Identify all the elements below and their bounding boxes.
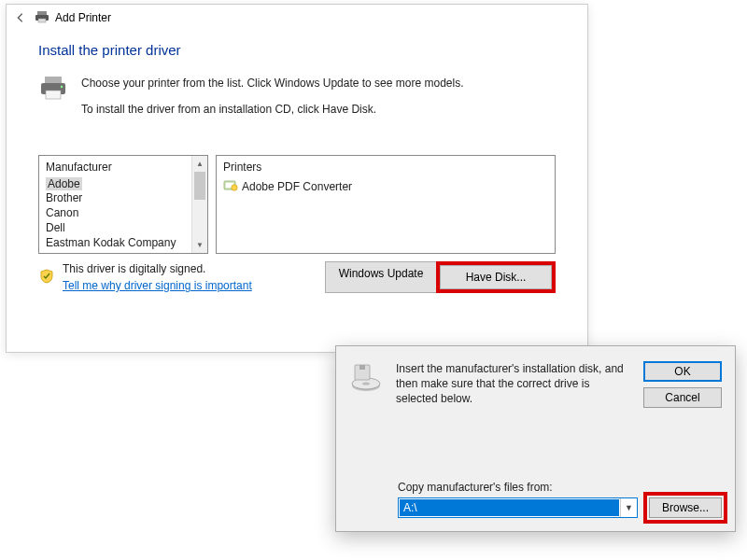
back-button[interactable] [12, 9, 29, 26]
copy-from-combobox[interactable]: A:\ ▼ [398, 497, 638, 518]
manufacturer-listbox[interactable]: Manufacturer Adobe Brother Canon Dell Ea… [38, 155, 208, 254]
svg-rect-0 [37, 11, 47, 15]
wizard-titlebar: Add Printer [7, 5, 587, 31]
svg-point-5 [61, 86, 63, 88]
driver-buttons: Windows Update Have Disk... [325, 261, 556, 293]
driver-row: This driver is digitally signed. Tell me… [38, 261, 556, 293]
wizard-body: Install the printer driver Choose your p… [7, 31, 587, 293]
browse-highlight: Browse... [643, 492, 727, 524]
driver-text: This driver is digitally signed. Tell me… [63, 262, 317, 292]
manufacturer-item[interactable]: Adobe [46, 177, 82, 190]
lists-row: Manufacturer Adobe Brother Canon Dell Ea… [38, 155, 556, 254]
scrollbar[interactable]: ▲ ▼ [191, 156, 207, 253]
printer-shield-icon [223, 178, 238, 194]
printer-item-label: Adobe PDF Converter [242, 180, 352, 193]
manufacturer-items: Adobe Brother Canon Dell Eastman Kodak C… [39, 177, 207, 253]
svg-rect-3 [45, 77, 62, 83]
svg-rect-6 [46, 91, 61, 99]
copy-row: A:\ ▼ Browse... [398, 497, 722, 518]
shield-icon [38, 269, 55, 287]
printers-listbox[interactable]: Printers Adobe PDF Converter [216, 155, 556, 254]
disk-lower: Copy manufacturer's files from: A:\ ▼ Br… [398, 481, 722, 518]
browse-button[interactable]: Browse... [649, 497, 722, 518]
have-disk-highlight: Have Disk... [436, 261, 556, 293]
printers-items: Adobe PDF Converter [217, 177, 555, 253]
intro-text: Choose your printer from the list. Click… [81, 75, 464, 127]
manufacturer-item[interactable]: Dell [46, 220, 207, 235]
wizard-heading: Install the printer driver [38, 42, 556, 58]
driver-signing-link[interactable]: Tell me why driver signing is important [63, 279, 252, 292]
ok-button[interactable]: OK [643, 361, 722, 382]
add-printer-wizard: Add Printer Install the printer driver C… [6, 4, 588, 353]
scrollbar-thumb[interactable] [194, 172, 205, 200]
have-disk-button[interactable]: Have Disk... [440, 265, 552, 289]
arrow-left-icon [14, 11, 27, 24]
wizard-title: Add Printer [55, 11, 111, 24]
printer-item[interactable]: Adobe PDF Converter [223, 177, 555, 195]
scroll-down-icon[interactable]: ▼ [192, 237, 207, 253]
install-from-disk-dialog: Insert the manufacturer's installation d… [335, 345, 736, 532]
manufacturer-item[interactable]: Canon [46, 205, 207, 220]
scrollbar-track[interactable] [192, 172, 207, 237]
cancel-button[interactable]: Cancel [643, 387, 722, 408]
svg-point-9 [232, 185, 237, 190]
printer-icon [35, 9, 49, 27]
scroll-up-icon[interactable]: ▲ [192, 156, 207, 172]
manufacturer-item[interactable]: Eastman Kodak Company [46, 235, 207, 250]
svg-rect-14 [359, 365, 365, 370]
svg-rect-2 [38, 19, 46, 22]
disk-buttons: OK Cancel [643, 361, 722, 408]
chevron-down-icon[interactable]: ▼ [620, 498, 637, 517]
wizard-intro: Choose your printer from the list. Click… [38, 75, 556, 127]
intro-line-1: Choose your printer from the list. Click… [81, 75, 464, 91]
disk-instruction: Insert the manufacturer's installation d… [396, 361, 630, 408]
manufacturer-item[interactable]: Brother [46, 190, 207, 205]
printers-header: Printers [217, 156, 555, 177]
windows-update-button[interactable]: Windows Update [325, 261, 437, 293]
copy-from-value[interactable]: A:\ [400, 499, 619, 516]
manufacturer-header: Manufacturer [39, 156, 207, 177]
svg-point-12 [362, 382, 370, 385]
disk-icon [349, 361, 383, 408]
intro-line-2: To install the driver from an installati… [81, 101, 464, 118]
disk-dialog-body: Insert the manufacturer's installation d… [336, 346, 735, 417]
driver-signed-text: This driver is digitally signed. [63, 262, 317, 275]
printer-large-icon [38, 75, 68, 127]
